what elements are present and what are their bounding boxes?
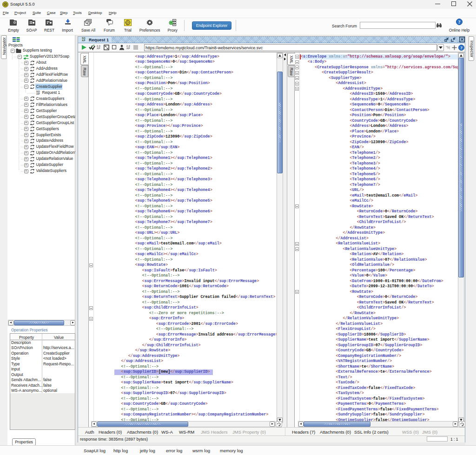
svg-text:?: ? <box>458 20 461 25</box>
svg-text:?: ? <box>460 46 463 50</box>
